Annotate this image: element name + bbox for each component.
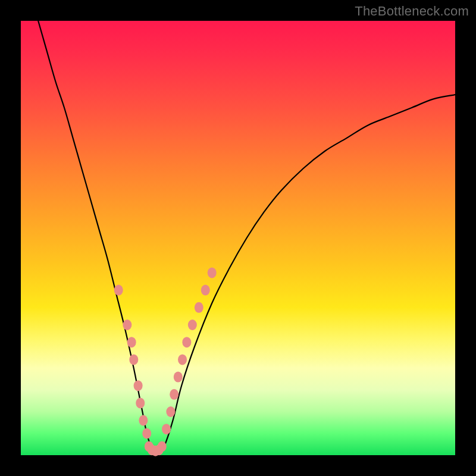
chart-marker	[201, 285, 210, 296]
chart-marker	[139, 415, 148, 426]
chart-plot-area	[21, 21, 455, 455]
chart-marker	[129, 354, 138, 365]
watermark-text: TheBottleneck.com	[355, 4, 469, 19]
chart-marker	[162, 424, 171, 434]
chart-marker	[134, 380, 143, 391]
chart-curve	[38, 21, 455, 452]
chart-marker	[127, 337, 136, 347]
chart-marker	[188, 320, 197, 330]
chart-marker	[166, 406, 175, 417]
chart-marker	[136, 397, 145, 408]
chart-marker	[174, 372, 183, 383]
chart-marker	[195, 302, 203, 313]
chart-marker	[142, 428, 151, 439]
chart-marker	[178, 354, 187, 365]
chart-marker	[158, 441, 167, 452]
chart-marker	[114, 285, 123, 296]
chart-marker	[208, 267, 217, 278]
chart-marker	[182, 337, 191, 347]
chart-frame: TheBottleneck.com	[0, 0, 476, 476]
chart-overlay-svg	[21, 21, 455, 455]
chart-marker	[170, 389, 178, 400]
chart-marker	[123, 320, 131, 330]
